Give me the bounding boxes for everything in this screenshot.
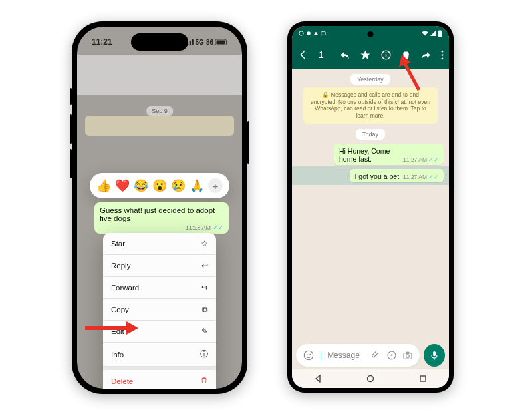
svg-rect-15 xyxy=(386,54,386,57)
svg-point-19 xyxy=(442,57,444,59)
svg-point-26 xyxy=(406,355,409,358)
dimmed-date-chip: Sep 9 xyxy=(146,106,173,116)
info-icon[interactable] xyxy=(380,49,392,61)
status-time: 11:21 xyxy=(92,37,112,47)
star-icon[interactable] xyxy=(360,49,371,61)
side-button xyxy=(70,149,72,178)
menu-reply[interactable]: Reply ↩ xyxy=(103,255,216,277)
copy-icon: ⧉ xyxy=(202,305,208,314)
wifi-icon xyxy=(422,31,428,36)
reaction-picker[interactable]: 👍 ❤️ 😂 😮 😢 🙏 + xyxy=(90,173,229,198)
side-button xyxy=(247,121,249,164)
nav-back-icon[interactable] xyxy=(314,375,322,383)
svg-rect-11 xyxy=(321,32,325,35)
message-row[interactable]: Hi Honey, Come home fast. 11:27 AM✓✓ xyxy=(292,142,449,166)
trash-icon xyxy=(200,376,208,386)
status-icon xyxy=(299,31,304,36)
reply-icon[interactable] xyxy=(339,49,350,61)
message-time: 11:18 AM xyxy=(186,224,211,231)
camera-punch-hole xyxy=(368,31,374,37)
menu-label: Copy xyxy=(111,306,129,313)
read-ticks-icon: ✓✓ xyxy=(213,224,223,231)
menu-copy[interactable]: Copy ⧉ xyxy=(103,299,216,321)
camera-icon[interactable] xyxy=(402,350,413,361)
forward-icon: ↪ xyxy=(201,283,208,292)
svg-point-29 xyxy=(367,376,373,382)
side-button xyxy=(70,114,72,144)
menu-label: Delete xyxy=(111,377,133,385)
menu-info[interactable]: Info ⓘ xyxy=(103,343,216,367)
rupee-icon[interactable]: ₹ xyxy=(386,350,397,361)
menu-forward[interactable]: Forward ↪ xyxy=(103,277,216,299)
svg-rect-3 xyxy=(192,39,193,45)
date-chip: Today xyxy=(356,129,385,140)
signal-icon xyxy=(430,31,436,36)
read-ticks-icon: ✓✓ xyxy=(428,156,439,163)
status-icon xyxy=(313,31,319,36)
forward-icon[interactable] xyxy=(420,49,432,61)
android-device: 1 Yesterday 🔒 Messages and calls are end… xyxy=(287,21,454,393)
svg-text:₹: ₹ xyxy=(390,353,394,359)
reply-icon: ↩ xyxy=(201,261,208,270)
message-text: I got you a pet xyxy=(355,172,400,180)
menu-edit[interactable]: Edit ✎ xyxy=(103,321,216,343)
attach-icon[interactable] xyxy=(370,350,381,361)
encryption-notice[interactable]: 🔒 Messages and calls are end-to-end encr… xyxy=(303,87,438,124)
svg-point-16 xyxy=(386,52,387,53)
iphone-screen: 11:21 5G 86 Sep 9 👍 ❤️ 😂 😮 😢 🙏 + Guess w… xyxy=(77,27,242,389)
svg-rect-12 xyxy=(438,31,442,37)
selection-count: 1 xyxy=(316,49,332,60)
dimmed-encryption-card xyxy=(85,116,234,136)
network-label: 5G xyxy=(196,39,204,46)
chat-content: Yesterday 🔒 Messages and calls are end-t… xyxy=(292,69,449,344)
svg-point-22 xyxy=(309,354,311,355)
svg-point-18 xyxy=(442,54,444,56)
menu-label: Star xyxy=(111,240,125,248)
menu-label: Info xyxy=(111,351,124,359)
trash-icon[interactable] xyxy=(401,49,411,61)
menu-star[interactable]: Star ☆ xyxy=(103,233,216,255)
dynamic-island xyxy=(131,33,188,51)
nav-home-icon[interactable] xyxy=(366,375,374,383)
message-input[interactable]: | Message ₹ xyxy=(296,344,420,367)
battery-icon xyxy=(438,30,442,37)
svg-rect-5 xyxy=(217,40,225,44)
svg-point-17 xyxy=(442,50,444,52)
menu-label: Reply xyxy=(111,262,130,270)
more-icon[interactable] xyxy=(441,49,444,61)
message-row-selected[interactable]: I got you a pet 11:27 AM✓✓ xyxy=(292,166,449,185)
reaction-more-icon[interactable]: + xyxy=(208,178,223,193)
nav-recent-icon[interactable] xyxy=(419,375,427,383)
message-text: Hi Honey, Come home fast. xyxy=(339,147,399,163)
reaction-sad[interactable]: 😢 xyxy=(171,180,186,192)
status-right: 5G 86 xyxy=(184,39,227,46)
side-button xyxy=(70,88,72,105)
selected-message-bubble[interactable]: Guess what! just decided to adopt five d… xyxy=(94,202,229,234)
reaction-laugh[interactable]: 😂 xyxy=(134,180,148,192)
info-icon: ⓘ xyxy=(200,349,208,360)
menu-delete[interactable]: Delete xyxy=(103,367,216,389)
reaction-wow[interactable]: 😮 xyxy=(152,180,167,192)
mic-button[interactable] xyxy=(424,344,445,367)
reaction-heart[interactable]: ❤️ xyxy=(115,180,130,192)
svg-rect-2 xyxy=(189,41,190,45)
input-placeholder: Message xyxy=(327,351,360,360)
reaction-pray[interactable]: 🙏 xyxy=(190,180,204,192)
svg-rect-13 xyxy=(440,30,441,31)
android-nav-bar xyxy=(292,369,449,388)
read-ticks-icon: ✓✓ xyxy=(428,174,439,180)
back-icon[interactable] xyxy=(297,49,309,61)
selection-action-bar: 1 xyxy=(292,41,449,69)
reaction-thumbs-up[interactable]: 👍 xyxy=(96,180,111,192)
battery-icon xyxy=(215,39,227,45)
status-icon xyxy=(306,31,311,36)
svg-point-20 xyxy=(304,351,313,360)
message-time: 11:27 AM xyxy=(403,156,427,163)
message-time: 11:27 AM xyxy=(403,174,427,180)
menu-label: Edit xyxy=(111,327,124,335)
menu-label: Forward xyxy=(111,284,139,292)
emoji-icon[interactable] xyxy=(303,349,315,361)
date-chip: Yesterday xyxy=(350,74,390,85)
svg-rect-6 xyxy=(227,41,228,43)
svg-point-9 xyxy=(299,31,303,35)
